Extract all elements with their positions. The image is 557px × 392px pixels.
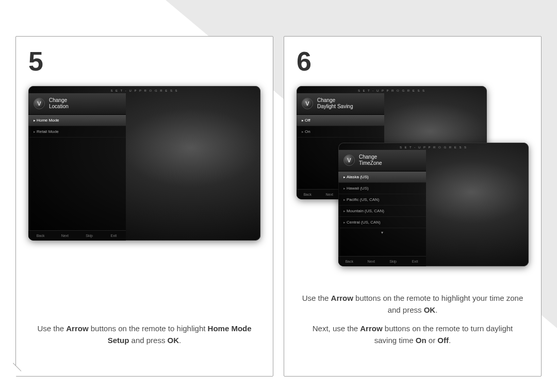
footer-exit[interactable]: Exit [102,234,126,237]
tv-screen-location: S E T - U P P R O G R E S S V Change Loc… [28,86,260,241]
footer-back[interactable]: Back [338,260,360,263]
menu-header: V Change Location [28,93,126,115]
setup-progress-label: S E T - U P P R O G R E S S [297,86,487,93]
brand-logo-icon: V [34,98,45,109]
footer-skip[interactable]: Skip [77,234,102,237]
footer-next[interactable]: Next [318,193,340,196]
instruction-line: Next, use the Arrow buttons on the remot… [302,323,523,346]
screenshot-area-6: S E T - U P P R O G R E S S V Change Day… [297,86,529,271]
menu-item-dst-off[interactable]: Off [297,115,384,126]
step-number: 5 [28,46,260,77]
footer-next[interactable]: Next [360,260,382,263]
footer-next[interactable]: Next [53,234,77,237]
title-line2: TimeZone [359,160,382,166]
title-line1: Change [317,97,335,103]
menu-item-retail-mode[interactable]: Retail Mode [28,126,126,138]
menu-item-tz-mountain[interactable]: Mountain (US, CAN) [338,206,426,217]
footer-back[interactable]: Back [297,193,318,196]
menu-item-home-mode[interactable]: Home Mode [28,115,126,126]
setup-progress-label: S E T - U P P R O G R E S S [28,86,260,93]
menu-title: Change Location [49,97,69,109]
step-panel-5: 5 S E T - U P P R O G R E S S V Change L… [15,36,273,377]
menu-item-tz-alaska[interactable]: Alaska (US) [338,172,426,183]
chevron-down-icon: ▾ [338,228,426,237]
side-menu-location: V Change Location Home Mode Retail Mode [28,93,126,235]
instruction-line: Use the Arrow buttons on the remote to h… [302,293,523,316]
footer-exit[interactable]: Exit [404,260,425,263]
step-number: 6 [297,46,529,77]
tv-footer: Back Next Skip Exit [338,256,426,266]
footer-skip[interactable]: Skip [382,260,404,263]
brand-logo-icon: V [343,155,355,166]
instruction-line: Use the Arrow buttons on the remote to h… [34,323,255,346]
title-line1: Change [359,154,377,160]
menu-header: V Change Daylight Saving [297,93,384,115]
tv-footer: Back Next Skip Exit [28,230,126,241]
title-line2: Location [49,104,69,109]
title-line2: Daylight Saving [317,104,353,109]
setup-progress-label: S E T - U P P R O G R E S S [338,143,529,150]
menu-item-tz-hawaii[interactable]: Hawaii (US) [338,183,426,194]
footer-back[interactable]: Back [28,234,53,237]
side-menu-timezone: V Change TimeZone Alaska (US) Hawaii (US… [338,150,426,261]
menu-header: V Change TimeZone [338,150,426,172]
menu-title: Change Daylight Saving [317,97,353,109]
title-line1: Change [49,97,67,103]
page: 5 S E T - U P P R O G R E S S V Change L… [0,0,557,392]
menu-item-dst-on[interactable]: On [297,126,384,138]
menu-item-tz-pacific[interactable]: Pacific (US, CAN) [338,194,426,206]
brand-logo-icon: V [302,98,313,109]
instruction-text-6: Use the Arrow buttons on the remote to h… [297,293,529,364]
menu-title: Change TimeZone [359,154,382,166]
tv-screen-timezone: S E T - U P P R O G R E S S V Change Tim… [338,143,529,266]
step-panel-6: 6 S E T - U P P R O G R E S S V Change D… [284,36,542,377]
instruction-text-5: Use the Arrow buttons on the remote to h… [28,323,260,364]
screenshot-area-5: S E T - U P P R O G R E S S V Change Loc… [28,86,260,251]
menu-item-tz-central[interactable]: Central (US, CAN) [338,217,426,228]
